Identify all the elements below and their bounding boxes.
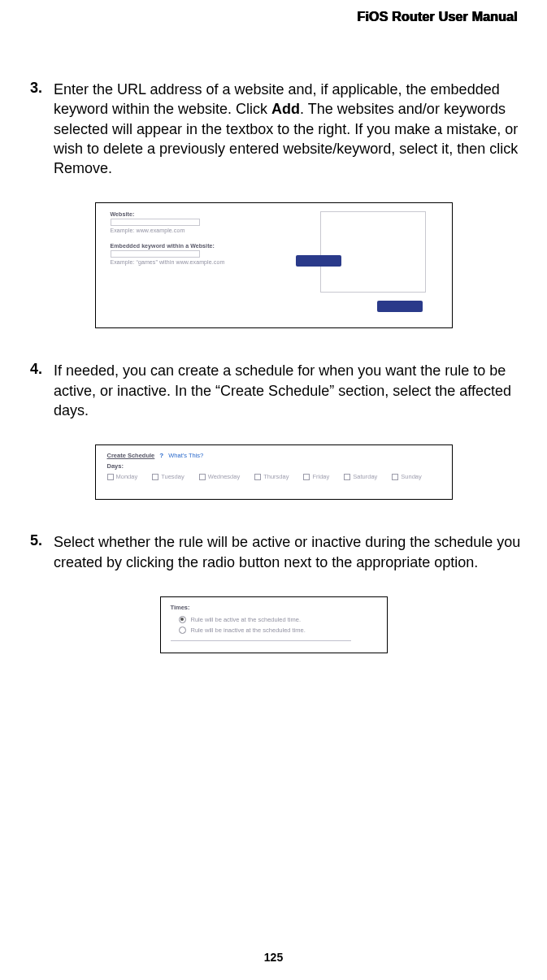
- checkbox-icon: [392, 474, 398, 480]
- checkbox-icon: [152, 474, 158, 480]
- day-label: Tuesday: [161, 473, 185, 480]
- day-friday[interactable]: Friday: [303, 473, 329, 480]
- checkbox-icon: [303, 474, 310, 480]
- day-label: Saturday: [353, 473, 377, 480]
- step-number: 4.: [24, 361, 42, 420]
- checkbox-icon: [199, 474, 206, 480]
- fig1-left-panel: Website: Example: www.example.com Embedd…: [111, 211, 312, 321]
- divider: [171, 640, 352, 641]
- page-number: 125: [0, 951, 547, 964]
- figure-times: Times: Rule will be active at the schedu…: [160, 596, 388, 653]
- step-text: Enter the URL address of a website and, …: [54, 80, 523, 178]
- radio-icon: [179, 627, 186, 634]
- days-label: Days:: [107, 462, 444, 470]
- keyword-label: Embedded keyword within a Website:: [111, 243, 312, 249]
- website-input[interactable]: [111, 219, 200, 226]
- option-active[interactable]: Rule will be active at the scheduled tim…: [179, 616, 379, 623]
- day-thursday[interactable]: Thursday: [254, 473, 289, 480]
- day-label: Thursday: [263, 473, 289, 480]
- step-3-bold: Add: [271, 101, 300, 117]
- help-icon[interactable]: ?: [158, 452, 165, 459]
- keyword-hint: Example: “games” within www.example.com: [111, 259, 312, 265]
- day-label: Wednesday: [208, 473, 240, 480]
- day-monday[interactable]: Monday: [107, 473, 138, 480]
- keyword-input[interactable]: [111, 250, 200, 258]
- radio-icon: [179, 616, 186, 623]
- checkbox-icon: [107, 474, 114, 480]
- day-tuesday[interactable]: Tuesday: [152, 473, 185, 480]
- schedule-title-row: Create Schedule ? What's This?: [107, 452, 444, 459]
- checkbox-icon: [344, 474, 350, 480]
- option-inactive-label: Rule will be inactive at the scheduled t…: [191, 627, 306, 634]
- website-hint: Example: www.example.com: [111, 228, 312, 233]
- step-5: 5. Select whether the rule will be activ…: [24, 532, 523, 572]
- day-wednesday[interactable]: Wednesday: [199, 473, 240, 480]
- figure-website-keyword: Website: Example: www.example.com Embedd…: [95, 202, 453, 328]
- remove-button[interactable]: [377, 301, 423, 312]
- keyword-section: Embedded keyword within a Website: Examp…: [111, 243, 312, 265]
- website-section: Website: Example: www.example.com: [111, 211, 312, 233]
- step-number: 5.: [24, 532, 42, 572]
- times-label: Times:: [171, 604, 379, 611]
- checkbox-icon: [254, 474, 261, 480]
- figure-create-schedule: Create Schedule ? What's This? Days: Mon…: [95, 444, 453, 500]
- step-text: If needed, you can create a schedule for…: [54, 361, 523, 420]
- selected-list[interactable]: [320, 211, 426, 293]
- help-link[interactable]: What's This?: [168, 452, 203, 459]
- step-number: 3.: [24, 80, 42, 178]
- step-4: 4. If needed, you can create a schedule …: [24, 361, 523, 420]
- day-sunday[interactable]: Sunday: [392, 473, 421, 480]
- days-row: Monday Tuesday Wednesday Thursday Friday…: [107, 473, 444, 480]
- instruction-list: 3. Enter the URL address of a website an…: [24, 80, 523, 653]
- step-text: Select whether the rule will be active o…: [54, 532, 523, 572]
- day-label: Monday: [116, 473, 138, 480]
- day-label: Friday: [312, 473, 329, 480]
- page-header: FiOS Router User Manual: [24, 10, 523, 24]
- step-3: 3. Enter the URL address of a website an…: [24, 80, 523, 178]
- schedule-title: Create Schedule: [107, 452, 155, 459]
- add-button[interactable]: [296, 255, 341, 267]
- day-saturday[interactable]: Saturday: [344, 473, 377, 480]
- day-label: Sunday: [401, 473, 421, 480]
- option-inactive[interactable]: Rule will be inactive at the scheduled t…: [179, 627, 379, 634]
- option-active-label: Rule will be active at the scheduled tim…: [191, 616, 302, 623]
- website-label: Website:: [111, 211, 312, 217]
